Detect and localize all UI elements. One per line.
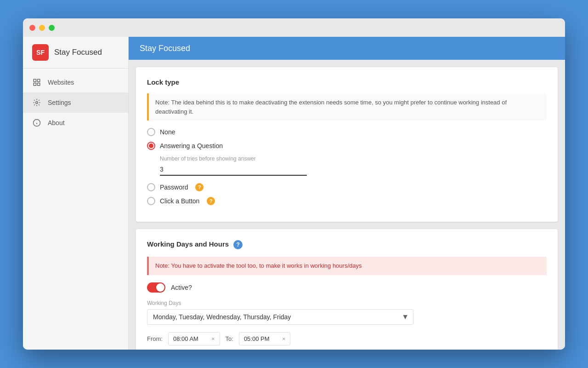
app-header: Stay Focused <box>129 37 565 60</box>
radio-answering-question[interactable]: Answering a Question <box>147 142 547 150</box>
sidebar-item-settings[interactable]: Settings <box>23 92 128 113</box>
content: Stay Focused Lock type Note: The idea be… <box>129 37 565 350</box>
working-days-select-wrapper: Monday, Tuesday, Wednesday, Thursday, Fr… <box>147 309 413 325</box>
radio-password-label: Password <box>160 184 188 191</box>
maximize-button[interactable] <box>49 25 55 31</box>
svg-rect-2 <box>34 83 36 86</box>
sidebar-item-settings-label: Settings <box>48 99 71 106</box>
sidebar: SF Stay Focused Websites <box>23 37 129 350</box>
tries-field-container: Number of tries before showing answer <box>160 155 547 176</box>
active-toggle-row: Active? <box>147 282 547 293</box>
lock-type-note: Note: The idea behind this is to make de… <box>147 93 547 121</box>
radio-click-button-button[interactable] <box>147 197 155 205</box>
settings-icon <box>32 98 41 107</box>
tries-field-label: Number of tries before showing answer <box>160 155 547 162</box>
lock-type-title: Lock type <box>147 78 547 86</box>
header-title: Stay Focused <box>140 44 190 53</box>
content-body: Lock type Note: The idea behind this is … <box>129 60 565 350</box>
website-icon <box>32 78 41 87</box>
toggle-thumb <box>156 283 164 292</box>
working-days-title: Working Days and Hours ? <box>147 240 547 249</box>
svg-rect-3 <box>38 83 40 86</box>
working-days-label: Working Days <box>147 300 547 306</box>
sidebar-logo: SF Stay Focused <box>23 37 128 69</box>
sidebar-item-about[interactable]: About <box>23 113 128 133</box>
svg-rect-1 <box>38 79 40 81</box>
from-time-input[interactable] <box>173 335 208 342</box>
svg-point-4 <box>36 102 38 104</box>
radio-none-button[interactable] <box>147 128 155 136</box>
sidebar-item-about-label: About <box>48 119 65 126</box>
sidebar-item-websites[interactable]: Websites <box>23 72 128 92</box>
to-time-clear-icon[interactable]: × <box>282 335 286 342</box>
minimize-button[interactable] <box>39 25 45 31</box>
from-time-field[interactable]: × <box>168 332 220 345</box>
logo-icon: SF <box>32 44 49 61</box>
click-button-help-icon[interactable]: ? <box>207 197 215 205</box>
tries-field-input[interactable] <box>160 164 307 176</box>
working-days-card: Working Days and Hours ? Note: You have … <box>136 229 558 350</box>
app-name: Stay Focused <box>54 48 102 57</box>
active-label: Active? <box>171 284 192 291</box>
active-toggle[interactable] <box>147 282 165 293</box>
sidebar-item-websites-label: Websites <box>48 79 74 86</box>
radio-answering-question-label: Answering a Question <box>160 142 223 150</box>
close-button[interactable] <box>29 25 35 31</box>
working-days-select[interactable]: Monday, Tuesday, Wednesday, Thursday, Fr… <box>147 309 413 325</box>
radio-click-button[interactable]: Click a Button ? <box>147 197 547 205</box>
time-range-row: From: × To: × <box>147 332 547 345</box>
radio-click-button-label: Click a Button <box>160 197 199 205</box>
to-label: To: <box>226 335 233 342</box>
radio-password[interactable]: Password ? <box>147 183 547 191</box>
lock-type-card: Lock type Note: The idea behind this is … <box>136 67 558 222</box>
radio-none[interactable]: None <box>147 128 547 136</box>
radio-answering-question-button[interactable] <box>147 142 155 150</box>
to-time-field[interactable]: × <box>239 332 291 345</box>
working-days-field: Working Days Monday, Tuesday, Wednesday,… <box>147 300 547 325</box>
sidebar-nav: Websites Settings <box>23 69 128 137</box>
to-time-input[interactable] <box>244 335 278 342</box>
working-days-note: Note: You have to activate the tool too,… <box>147 257 547 275</box>
info-icon <box>32 118 41 127</box>
working-days-help-icon[interactable]: ? <box>233 240 243 249</box>
radio-none-label: None <box>160 128 175 136</box>
from-time-clear-icon[interactable]: × <box>211 335 215 342</box>
password-help-icon[interactable]: ? <box>195 183 204 191</box>
toggle-track <box>147 282 165 293</box>
titlebar <box>23 18 565 37</box>
radio-password-button[interactable] <box>147 183 155 191</box>
from-label: From: <box>147 335 163 342</box>
svg-rect-0 <box>34 79 36 81</box>
